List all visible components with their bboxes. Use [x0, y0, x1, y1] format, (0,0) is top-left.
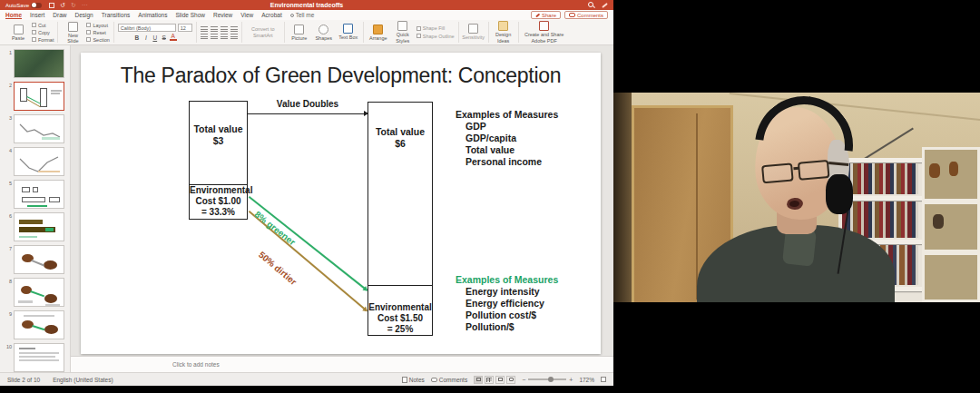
thumbnail-image — [14, 245, 64, 274]
tab-acrobat[interactable]: Acrobat — [261, 12, 281, 18]
value-doubles-label: Value Doubles — [248, 99, 368, 109]
picture-icon — [294, 25, 304, 34]
reading-view-button[interactable] — [495, 376, 505, 384]
tab-review[interactable]: Review — [213, 12, 232, 18]
underline-button[interactable]: U — [152, 34, 159, 41]
greener-label: 8% greener — [232, 193, 317, 263]
slide-title: The Paradox of Green Development: Concep… — [81, 64, 601, 88]
tab-transitions[interactable]: Transitions — [102, 12, 131, 18]
comments-button[interactable]: Comments — [564, 11, 608, 19]
strikethrough-button[interactable]: S — [161, 34, 168, 41]
notes-pane[interactable]: Click to add notes — [71, 356, 613, 372]
indent-decrease-icon[interactable] — [220, 26, 228, 32]
text-box-button[interactable]: Text Box — [338, 24, 359, 40]
tab-draw[interactable]: Draw — [53, 12, 66, 18]
adobe-pdf-button[interactable]: Create and Share Adobe PDF — [523, 21, 566, 43]
section-button[interactable]: Section — [86, 37, 109, 43]
person — [613, 93, 980, 302]
bullets-icon[interactable] — [201, 26, 208, 32]
slide-editor-area: The Paradox of Green Development: Concep… — [71, 45, 613, 372]
tell-me-box[interactable]: Tell me — [290, 12, 315, 18]
comment-icon — [569, 13, 575, 17]
zoom-slider[interactable] — [528, 378, 566, 380]
slide-thumbnail-1[interactable]: 1 — [4, 49, 70, 82]
measures-list-bottom: Examples of Measures Energy intensity En… — [456, 274, 558, 333]
slide-thumbnail-10[interactable]: 10 — [4, 343, 70, 372]
align-left-icon[interactable] — [201, 34, 208, 39]
zoom-slider-knob[interactable] — [548, 377, 554, 382]
font-color-button[interactable]: A — [170, 34, 177, 41]
adobe-pdf-icon — [539, 21, 549, 31]
slide-thumbnail-8[interactable]: 8 — [4, 278, 70, 310]
thumbnail-image — [14, 49, 64, 78]
align-right-icon[interactable] — [220, 34, 228, 39]
paste-button[interactable]: Paste — [7, 25, 29, 41]
notes-toggle[interactable]: Notes — [402, 377, 425, 383]
tab-home[interactable]: Home — [5, 12, 22, 19]
tab-animations[interactable]: Animations — [138, 12, 167, 18]
normal-view-button[interactable] — [474, 376, 483, 384]
format-painter-button[interactable]: Format — [32, 37, 54, 43]
sensitivity-group: Sensitivity — [459, 22, 489, 43]
slide-canvas[interactable]: The Paradox of Green Development: Concep… — [81, 53, 601, 354]
thumbnail-image — [14, 212, 64, 241]
clipboard-group: Paste Cut Copy Format — [4, 22, 58, 43]
slide-thumbnail-5[interactable]: 5 — [4, 180, 70, 212]
convert-smartart-button[interactable]: Convert to SmartArt — [246, 26, 280, 37]
tab-view[interactable]: View — [240, 12, 253, 18]
font-size-select[interactable]: 12 — [178, 24, 192, 32]
search-icon[interactable] — [588, 2, 594, 8]
language-indicator[interactable]: English (United States) — [53, 377, 113, 383]
slide-number-indicator[interactable]: Slide 2 of 10 — [7, 377, 40, 383]
design-ideas-button[interactable]: Design Ideas — [493, 21, 514, 43]
comments-icon — [431, 378, 437, 382]
copy-button[interactable]: Copy — [32, 30, 54, 35]
thumbnail-image — [14, 343, 64, 372]
share-button[interactable]: Share — [531, 11, 561, 19]
thumbnail-image — [14, 310, 64, 339]
quick-styles-button[interactable]: Quick Styles — [392, 21, 414, 43]
fit-slide-icon[interactable] — [601, 377, 606, 382]
slide-thumbnail-7[interactable]: 7 — [4, 245, 70, 278]
slide-sorter-view-button[interactable] — [485, 376, 494, 384]
arrange-button[interactable]: Arrange — [368, 25, 389, 41]
sensitivity-icon — [468, 24, 478, 34]
layout-icon — [86, 23, 91, 27]
value-doubles-arrow — [248, 113, 368, 114]
new-slide-button[interactable]: New Slide — [62, 22, 83, 44]
zoom-in-button[interactable]: + — [569, 377, 573, 383]
shape-outline-icon — [416, 34, 421, 38]
layout-button[interactable]: Layout — [86, 23, 109, 28]
slide-thumbnail-6[interactable]: 6 — [4, 212, 70, 245]
slide-thumbnail-3[interactable]: 3 — [4, 114, 70, 147]
tab-design[interactable]: Design — [75, 12, 93, 18]
picture-button[interactable]: Picture — [289, 25, 310, 41]
shapes-button[interactable]: Shapes — [313, 25, 335, 41]
tab-slideshow[interactable]: Slide Show — [175, 12, 205, 18]
cut-button[interactable]: Cut — [32, 23, 54, 28]
font-name-select[interactable]: Calibri (Body) — [118, 24, 176, 32]
status-bar: Slide 2 of 10 English (United States) No… — [0, 372, 613, 386]
zoom-percentage[interactable]: 172% — [579, 377, 594, 383]
shape-fill-button[interactable]: Shape Fill — [416, 25, 455, 31]
align-center-icon[interactable] — [211, 34, 218, 39]
shape-outline-button[interactable]: Shape Outline — [416, 34, 455, 39]
sensitivity-button[interactable]: Sensitivity — [463, 24, 485, 40]
insert-group: Picture Shapes Text Box — [285, 22, 364, 43]
indent-increase-icon[interactable] — [230, 26, 238, 32]
slide-thumbnail-2-selected[interactable]: 2 — [4, 82, 70, 114]
comments-toggle[interactable]: Comments — [431, 377, 467, 383]
italic-button[interactable]: I — [142, 34, 150, 41]
main-area: 1 2 3 — [0, 45, 613, 372]
paragraph-group — [197, 22, 242, 43]
slideshow-view-button[interactable] — [506, 376, 515, 384]
zoom-out-button[interactable]: − — [522, 377, 525, 383]
tab-insert[interactable]: Insert — [30, 12, 44, 18]
line-spacing-icon[interactable] — [230, 34, 238, 39]
slide-thumbnail-4[interactable]: 4 — [4, 147, 70, 180]
slide-thumbnail-9[interactable]: 9 — [4, 310, 70, 343]
notes-icon — [402, 377, 407, 383]
reset-button[interactable]: Reset — [86, 30, 109, 35]
bold-button[interactable]: B — [133, 34, 141, 41]
numbering-icon[interactable] — [211, 26, 218, 32]
